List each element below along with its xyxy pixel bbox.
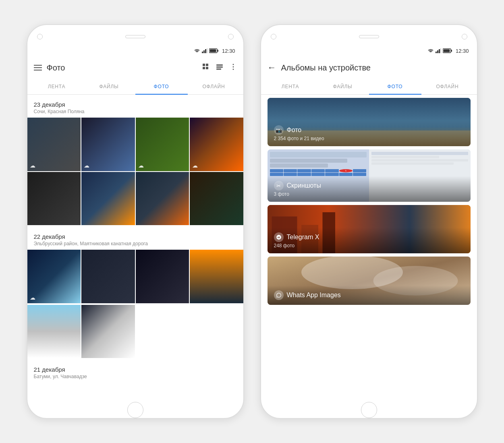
- svg-rect-7: [203, 64, 205, 66]
- camera-left: [37, 34, 43, 39]
- tab-photo-right[interactable]: ФОТО: [369, 79, 421, 94]
- phone-bottom-right: [261, 402, 477, 418]
- svg-point-16: [232, 69, 234, 70]
- status-bar-left: 12:30: [27, 45, 243, 56]
- svg-rect-22: [451, 50, 452, 52]
- cloud-icon: ☁: [30, 294, 35, 301]
- album-list[interactable]: 📷 Фото 2 354 фото и 21 видео: [261, 95, 477, 402]
- svg-rect-18: [437, 50, 438, 53]
- scissors-icon: ✂: [274, 181, 284, 190]
- photo-cell[interactable]: [190, 250, 243, 303]
- app-content-left: Фото: [27, 56, 243, 402]
- camera-album-icon: 📷: [274, 125, 284, 135]
- cloud-icon: ☁: [30, 162, 35, 169]
- back-button[interactable]: ←: [268, 62, 276, 73]
- hamburger-menu[interactable]: [34, 65, 42, 70]
- left-phone: 12:30 Фото: [27, 24, 244, 419]
- date-1: 23 декабря: [34, 101, 237, 108]
- tab-offline-left[interactable]: ОФЛАЙН: [188, 79, 240, 94]
- svg-rect-8: [206, 64, 208, 66]
- signal-icon-right: [436, 48, 441, 53]
- location-3: Батуми, ул. Чавчавадзе: [34, 374, 237, 379]
- photo-cell[interactable]: [27, 305, 81, 358]
- time-left: 12:30: [222, 48, 235, 54]
- svg-point-14: [232, 64, 234, 65]
- album-overlay-whatsapp: Whats App Images: [268, 286, 471, 305]
- photo-grid-1: ☁ ☁ ☁ ☁: [27, 118, 243, 227]
- album-item-screenshots[interactable]: 5: [268, 149, 471, 202]
- album-item-telegram[interactable]: Telegram X 248 фото: [268, 205, 471, 253]
- photo-cell[interactable]: [27, 172, 81, 226]
- location-1: Сочи, Красная Поляна: [34, 109, 237, 114]
- tab-offline-right[interactable]: ОФЛАЙН: [421, 79, 474, 94]
- more-icon[interactable]: [230, 63, 237, 72]
- photo-cell[interactable]: ☁: [190, 118, 243, 171]
- stack-icon[interactable]: [216, 63, 223, 72]
- svg-rect-3: [207, 48, 207, 53]
- album-item-whatsapp[interactable]: Whats App Images: [268, 257, 471, 305]
- app-title-left: Фото: [47, 63, 202, 72]
- date-2: 22 декабря: [34, 233, 237, 240]
- app-content-right: ← Альбомы на устройстве ЛЕНТА ФАЙЛЫ ФОТО…: [261, 56, 477, 402]
- svg-rect-9: [203, 67, 205, 69]
- photo-cell[interactable]: ☁: [27, 250, 81, 303]
- photo-cell[interactable]: [81, 250, 135, 303]
- photo-cell[interactable]: [81, 305, 135, 358]
- photo-cell: [190, 305, 243, 358]
- svg-rect-2: [205, 49, 206, 53]
- album-name-telegram: Telegram X: [274, 232, 464, 242]
- photo-cell[interactable]: ☁: [136, 118, 189, 171]
- home-button-left[interactable]: [127, 402, 143, 418]
- phone-top-left: [27, 25, 243, 45]
- tab-photo-left[interactable]: ФОТО: [135, 79, 188, 94]
- toolbar-right: ← Альбомы на устройстве: [261, 56, 477, 79]
- svg-rect-6: [209, 50, 216, 52]
- time-right: 12:30: [456, 48, 469, 54]
- photo-cell[interactable]: [136, 172, 189, 226]
- tab-lenta-left[interactable]: ЛЕНТА: [31, 79, 83, 94]
- photo-cell[interactable]: [190, 172, 243, 226]
- album-count-screenshots: 3 фото: [274, 191, 464, 197]
- toolbar-left: Фото: [27, 56, 243, 79]
- home-button-right[interactable]: [361, 402, 377, 418]
- svg-rect-5: [217, 50, 218, 52]
- photo-cell[interactable]: ☁: [81, 118, 135, 171]
- svg-rect-11: [216, 64, 223, 66]
- svg-point-15: [232, 66, 234, 68]
- camera-right-right: [462, 34, 467, 39]
- album-item-photo[interactable]: 📷 Фото 2 354 фото и 21 видео: [268, 98, 471, 146]
- tabs-left: ЛЕНТА ФАЙЛЫ ФОТО ОФЛАЙН: [27, 79, 243, 95]
- svg-rect-17: [436, 52, 437, 53]
- svg-rect-20: [440, 48, 441, 53]
- photo-cell[interactable]: [136, 250, 189, 303]
- tab-files-left[interactable]: ФАЙЛЫ: [83, 79, 135, 94]
- cloud-icon: ☁: [192, 162, 198, 169]
- photo-scroll[interactable]: 23 декабря Сочи, Красная Поляна ☁ ☁ ☁ ☁ …: [27, 95, 243, 402]
- tab-lenta-right[interactable]: ЛЕНТА: [264, 79, 317, 94]
- photo-cell: [136, 305, 189, 358]
- status-bar-right: 12:30: [261, 45, 477, 56]
- album-overlay-screenshots: ✂ Скриншоты 3 фото: [268, 176, 471, 202]
- photo-grid-2b: [27, 305, 243, 360]
- tabs-right: ЛЕНТА ФАЙЛЫ ФОТО ОФЛАЙН: [261, 79, 477, 95]
- photo-grid-2: ☁: [27, 250, 243, 305]
- location-2: Эльбрусский район, Маятниковая канатная …: [34, 241, 237, 246]
- phone-top-right: [261, 25, 477, 45]
- tab-files-right[interactable]: ФАЙЛЫ: [317, 79, 369, 94]
- camera-right-left: [228, 34, 234, 39]
- svg-rect-1: [203, 50, 205, 53]
- phone-bottom-left: [27, 402, 243, 418]
- album-count-photo: 2 354 фото и 21 видео: [274, 136, 464, 141]
- svg-rect-13: [216, 68, 221, 70]
- photo-cell[interactable]: [81, 172, 135, 226]
- camera-left-right: [271, 34, 276, 39]
- photo-cell[interactable]: ☁: [27, 118, 81, 171]
- album-overlay-telegram: Telegram X 248 фото: [268, 228, 471, 253]
- speaker-right: [359, 35, 379, 38]
- wifi-icon: [194, 48, 200, 53]
- telegram-icon: [274, 232, 284, 242]
- status-icons-right: 12:30: [427, 48, 469, 54]
- grid-icon[interactable]: [202, 63, 209, 72]
- cloud-icon: ☁: [84, 162, 89, 169]
- whatsapp-icon: [274, 290, 284, 300]
